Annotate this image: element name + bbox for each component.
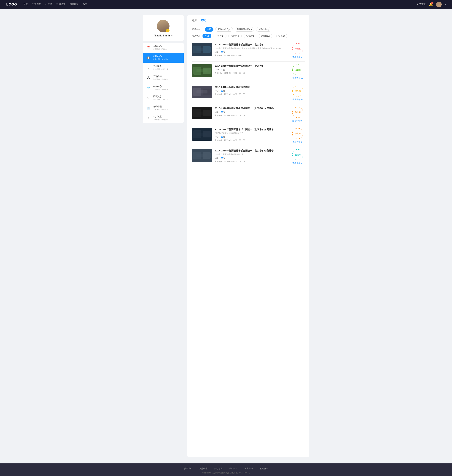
- exam-detail-link-5[interactable]: 查看详情 ►: [292, 141, 303, 143]
- tab-考试[interactable]: 考试: [200, 19, 206, 24]
- tab-题库[interactable]: 题库: [192, 19, 197, 24]
- footer-divider-4: |: [256, 467, 256, 470]
- exam-detail-link-1[interactable]: 查看详情 ►: [292, 56, 303, 59]
- nav-item-发现课程[interactable]: 发现课程: [32, 3, 41, 6]
- svg-rect-19: [197, 133, 207, 136]
- exam-info-6: 2017–2018年行测证件考试全国统一（北京卷）付费批卷 2018年行测考试是…: [215, 149, 288, 163]
- filter-status-待批阅(2)[interactable]: 待批阅(2): [259, 34, 272, 38]
- footer-divider-2: |: [226, 467, 226, 470]
- sidebar-item-question-bank[interactable]: 📋 题库中心 海量习题、助力通关: [143, 53, 184, 63]
- exam-time-6: 考试时间：2019–05–03 10：09：09: [215, 160, 288, 163]
- footer-link-关于我们[interactable]: 关于我们: [184, 467, 193, 470]
- content-tabs: 题库考试: [192, 19, 305, 24]
- exam-title-5: 2017–2018年行测证件考试全国统一（北京卷）付费批卷: [215, 128, 288, 131]
- user-dropdown-arrow[interactable]: ▾: [445, 3, 446, 6]
- sidebar-label-settings: 个人设置: [153, 115, 168, 118]
- exam-score-3: 得分：99分: [215, 89, 288, 92]
- edit-profile-icon[interactable]: ✏: [171, 34, 173, 37]
- main-nav: 首页发现课程公开课新闻资讯问答社区题库...: [23, 3, 417, 6]
- filter-type-全部[interactable]: 全部: [205, 27, 213, 32]
- exam-item-5: 2017–2018年行测证件考试全国统一（北京卷）付费批卷 2018年行测考试是…: [192, 125, 305, 146]
- sidebar-texts-course: 课程中心 精彩课程、不容错过: [153, 45, 168, 50]
- filter-type-row: 考试类型： 全部证书类考试(4)随机抽题考试(5)付费批卷(6): [192, 27, 305, 32]
- filter-status-已通过(2)[interactable]: 已通过(2): [213, 34, 226, 38]
- filter-type-付费批卷(6)[interactable]: 付费批卷(6): [256, 27, 271, 32]
- footer-link-免责声明[interactable]: 免责声明: [245, 467, 253, 470]
- exam-item-6: 2017–2018年行测证件考试全国统一（北京卷）付费批卷 2018年行测考试是…: [192, 146, 305, 167]
- filter-type-证书类考试(4)[interactable]: 证书类考试(4): [215, 27, 233, 32]
- sidebar-icon-question-bank: 📋: [146, 55, 151, 60]
- sidebar-icon-orders: 📄: [146, 106, 151, 111]
- filter-status-待考试(2)[interactable]: 待考试(2): [244, 34, 257, 38]
- exam-status-stamp-4: 待批阅: [292, 107, 303, 118]
- exam-item-3: 2017–2018年行测证件考试全国统一 得分：99分 考试时间：2019–05…: [192, 83, 305, 104]
- footer-divider-3: |: [241, 467, 241, 470]
- filter-status-label: 考试状态: [192, 34, 200, 37]
- nav-item-题库[interactable]: 题库: [83, 3, 87, 6]
- footer-link-合作伙伴[interactable]: 合作伙伴: [229, 467, 238, 470]
- exam-status-stamp-5: 待批阅: [292, 128, 303, 139]
- exam-detail-link-4[interactable]: 查看详情 ►: [292, 119, 303, 122]
- sidebar-item-course[interactable]: 📅 课程中心 精彩课程、不容错过: [143, 43, 184, 53]
- sidebar-sub-account: 个人权益、实时掌握: [153, 88, 168, 91]
- sidebar-texts-messages: 我的消息 消息通知、及时了解: [153, 95, 168, 101]
- exam-detail-link-2[interactable]: 查看详情 ►: [292, 77, 303, 80]
- exam-action-2: 已通过 查看详情 ►: [291, 64, 305, 80]
- sidebar-item-orders[interactable]: 📄 订单管理 订单支出、明明白白: [143, 103, 184, 113]
- sidebar-label-question-bank: 题库中心: [153, 55, 168, 58]
- exam-detail-link-6[interactable]: 查看详情 ►: [292, 162, 303, 165]
- user-avatar[interactable]: [436, 2, 442, 7]
- sidebar-item-certificate[interactable]: 🎖 证书荣誉 收获荣耀、持证上岗: [143, 63, 184, 73]
- sidebar-sub-messages: 消息通知、及时了解: [153, 98, 168, 101]
- filter-status-已批阅(2)[interactable]: 已批阅(2): [274, 34, 287, 38]
- exam-time-1: 考试时间：2019–05–03 10:09:09: [215, 54, 288, 57]
- nav-item-问答社区[interactable]: 问答社区: [70, 3, 78, 6]
- exam-status-stamp-2: 已通过: [292, 64, 303, 75]
- svg-rect-3: [197, 48, 207, 51]
- sidebar-profile: 🏅 Natalie Smith ✏: [143, 15, 184, 41]
- sidebar-badge: 🏅: [166, 29, 170, 32]
- nav-item-新闻资讯[interactable]: 新闻资讯: [56, 3, 65, 6]
- exam-status-stamp-1: 未通过: [292, 43, 303, 54]
- filter-type-随机抽题考试(5)[interactable]: 随机抽题考试(5): [235, 27, 254, 32]
- sidebar-label-certificate: 证书荣誉: [153, 65, 168, 68]
- exam-score-num-1: 25: [221, 51, 223, 53]
- exam-info-4: 2017–2018年行测证件考试全国统一（北京卷）付费批卷 得分：25分 考试时…: [215, 107, 288, 117]
- sidebar-label-account: 账户中心: [153, 85, 168, 88]
- sidebar-item-messages[interactable]: 🗨 我的消息 消息通知、及时了解: [143, 93, 184, 103]
- sidebar-item-settings[interactable]: ⚙ 个人设置 个人信息、一键管理: [143, 113, 184, 123]
- exam-action-6: 已批阅 查看详情 ►: [291, 149, 305, 165]
- exam-title-4: 2017–2018年行测证件考试全国统一（北京卷）付费批卷: [215, 107, 288, 110]
- notification-bell[interactable]: 🔔 1: [429, 2, 433, 6]
- footer: 关于我们|加盟代理|网站地图|合作伙伴|免责声明|招贤纳士 Copyright©…: [0, 463, 452, 476]
- filter-status-全部[interactable]: 全部: [202, 34, 211, 38]
- exam-status-stamp-3: 待考试: [292, 86, 303, 97]
- exam-item-1: 2017–2018年行测证件考试全国统一（北京卷） 2018年行测考试是最值得多…: [192, 40, 305, 61]
- exam-detail-link-3[interactable]: 查看详情 ►: [292, 98, 303, 101]
- footer-link-网站地图[interactable]: 网站地图: [214, 467, 223, 470]
- bell-badge: 1: [431, 2, 433, 4]
- sidebar-item-account[interactable]: 💎 账户中心 个人权益、实时掌握: [143, 83, 184, 93]
- nav-item-...[interactable]: ...: [92, 3, 93, 6]
- footer-link-加盟代理[interactable]: 加盟代理: [199, 467, 207, 470]
- sidebar-icon-messages: 🗨: [146, 95, 151, 101]
- exam-desc-6: 2018年行测考试是最值得多去研究: [215, 153, 288, 156]
- exam-score-5: 得分：99分: [215, 136, 288, 138]
- exam-score-num-6: 25: [221, 157, 223, 159]
- exam-thumb-5: [192, 128, 212, 141]
- footer-divider-0: |: [196, 467, 196, 470]
- nav-item-公开课[interactable]: 公开课: [45, 3, 52, 6]
- sidebar-texts-settings: 个人设置 个人信息、一键管理: [153, 115, 168, 121]
- sidebar-sub-qa: 课后重温、疑难解答: [153, 78, 168, 81]
- exam-score-2: 得分：99分: [215, 68, 288, 71]
- exam-score-num-5: 99: [221, 136, 223, 138]
- nav-item-首页[interactable]: 首页: [23, 3, 28, 6]
- exam-time-2: 考试时间：2019–05–03 10：09：09: [215, 72, 288, 75]
- filter-status-未通过(2)[interactable]: 未通过(2): [228, 34, 242, 38]
- exam-time-5: 考试时间：2019–05–03 10：09：09: [215, 139, 288, 142]
- footer-link-招贤纳士[interactable]: 招贤纳士: [259, 467, 268, 470]
- sidebar-sub-settings: 个人信息、一键管理: [153, 118, 168, 121]
- app-download-link[interactable]: APP下载: [417, 3, 426, 6]
- sidebar-icon-certificate: 🎖: [146, 65, 151, 70]
- sidebar-item-qa[interactable]: 💬 学习问答 课后重温、疑难解答: [143, 73, 184, 83]
